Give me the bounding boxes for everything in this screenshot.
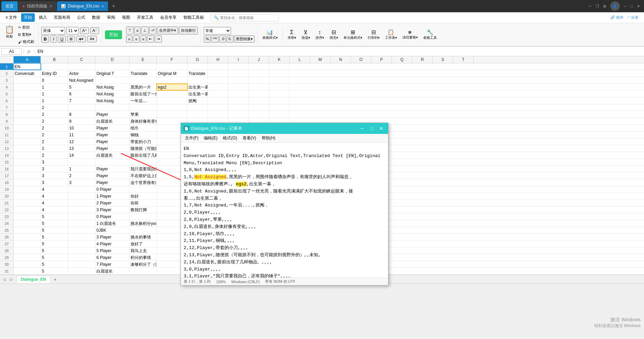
cell-A11[interactable] (14, 132, 41, 138)
align-mid-btn[interactable]: ≡ (134, 27, 140, 34)
align-bot-btn[interactable]: ⊥ (141, 27, 149, 34)
bold-btn[interactable]: B (41, 35, 49, 43)
row-num-22[interactable]: 22 (0, 206, 13, 213)
name-box[interactable] (1, 48, 22, 55)
cell-A31[interactable] (14, 268, 41, 274)
cell-E9[interactable]: 身体好像有变化 (129, 118, 157, 124)
cell-B28[interactable]: 5 (41, 247, 68, 254)
cell-E8[interactable]: 苹果 (129, 111, 157, 118)
row-num-20[interactable]: 20 (0, 193, 13, 200)
collaborate-btn[interactable]: 🔗 协作 (610, 15, 624, 20)
col-header-R[interactable]: R (412, 56, 433, 63)
sum-btn[interactable]: Σ求和▾ (286, 28, 298, 41)
cell-E23[interactable] (129, 213, 157, 220)
row-num-15[interactable]: 15 (0, 159, 13, 166)
cut-btn[interactable]: ✂剪切 (17, 24, 35, 31)
cell-K7[interactable] (269, 104, 290, 111)
cell-A28[interactable] (14, 247, 41, 254)
notepad-menu-view[interactable]: 查看(V) (240, 134, 259, 142)
col-header-C[interactable]: C (68, 56, 95, 63)
cell-D6[interactable]: Not Assig (95, 97, 129, 104)
table-tools-btn[interactable]: 🔧表格工具 (421, 28, 439, 41)
cell-A13[interactable] (14, 145, 41, 152)
border-btn[interactable]: ⊞ (67, 36, 75, 42)
cell-E11[interactable]: 铜钱 (129, 132, 157, 138)
cell-D13[interactable]: Player (95, 145, 129, 152)
cell-C24[interactable] (68, 220, 95, 227)
menu-item-member[interactable]: 会员专享 (157, 13, 179, 22)
cell-E30[interactable]: 凑够积分了（激动） (129, 261, 157, 267)
col-header-J[interactable]: J (249, 56, 269, 63)
cell-D16[interactable]: Player (95, 166, 129, 172)
cell-C10[interactable]: 10 (68, 125, 95, 131)
cell-A21[interactable] (14, 200, 41, 206)
cell-G8[interactable] (187, 111, 208, 118)
cell-C17[interactable]: 2 (68, 172, 95, 179)
cell-C29[interactable] (68, 254, 95, 261)
cell-G6[interactable]: 抓阄 (187, 97, 208, 104)
cell-A8[interactable] (14, 111, 41, 118)
cell-E7[interactable] (129, 104, 157, 111)
cell-E5[interactable]: 眼前出现了一丝光亮， (129, 91, 157, 97)
cell-E12[interactable]: 带套的小刀 (129, 138, 157, 145)
cell-D22[interactable]: 3 Player (95, 206, 129, 213)
row-num-24[interactable]: 24 (0, 220, 13, 227)
cell-J8[interactable] (249, 111, 269, 118)
cell-B29[interactable]: 5 (41, 254, 68, 261)
cell-A25[interactable] (14, 227, 41, 233)
cell-E10[interactable]: 纸巾 (129, 125, 157, 131)
cell-C14[interactable]: 14 (68, 152, 95, 158)
row-num-31[interactable]: 31 (0, 268, 13, 275)
indent-inc-btn[interactable]: ⇥ (155, 35, 162, 43)
cell-A7[interactable] (14, 104, 41, 111)
cell-C9[interactable]: 9 (68, 118, 95, 124)
cell-A3[interactable] (14, 77, 41, 83)
row-num-23[interactable]: 23 (0, 213, 13, 220)
cell-A22[interactable] (14, 206, 41, 213)
cell-D5[interactable]: Not Assig (95, 91, 129, 97)
cell-E3[interactable] (129, 77, 157, 83)
cell-B2[interactable]: Entry ID (41, 70, 68, 77)
cell-E2[interactable]: Translate (129, 70, 157, 77)
cell-C18[interactable]: 3 (68, 179, 95, 186)
cell-B8[interactable]: 2 (41, 111, 68, 118)
cell-E29[interactable]: 积分的事情 (129, 254, 157, 261)
cell-D18[interactable]: Player (95, 179, 129, 186)
cell-B10[interactable]: 2 (41, 125, 68, 131)
cell-A4[interactable] (14, 84, 41, 90)
align-center-btn[interactable]: ≡ (133, 35, 139, 43)
thousand-btn[interactable]: ⁰⁰⁰ (211, 35, 219, 43)
cell-J4[interactable] (249, 84, 269, 90)
col-header-Q[interactable]: Q (392, 56, 412, 63)
row-num-19[interactable]: 19 (0, 186, 13, 193)
col-header-B[interactable]: B (41, 56, 68, 63)
cell-B4[interactable]: 1 (41, 84, 68, 90)
cell-C5[interactable]: 6 (68, 91, 95, 97)
table-style-btn[interactable]: 📊表格样式▾ (260, 28, 280, 41)
col-header-T[interactable]: T (453, 56, 474, 63)
row-num-11[interactable]: 11 (0, 132, 13, 138)
cell-C31[interactable] (68, 268, 95, 274)
cell-C1[interactable] (68, 63, 95, 70)
cell-D20[interactable]: 1 Player (95, 193, 129, 199)
window-tile-btn[interactable]: ❐ (596, 4, 599, 9)
col-header-L[interactable]: L (290, 56, 310, 63)
window-grid-btn[interactable]: ⊞ (603, 4, 606, 9)
cell-B21[interactable]: 4 (41, 200, 68, 206)
font-decrease-btn[interactable]: A⁻ (90, 27, 99, 34)
cell-J6[interactable] (249, 97, 269, 104)
cell-C8[interactable]: 8 (68, 111, 95, 118)
align-left-btn[interactable]: ≡ (126, 35, 132, 43)
cell-C27[interactable] (68, 241, 95, 247)
row-num-3[interactable]: 3 (0, 77, 13, 84)
cell-B18[interactable]: 3 (41, 179, 68, 186)
cell-E6[interactable]: 一年后.... (129, 97, 157, 104)
cell-C11[interactable]: 11 (68, 132, 95, 138)
cell-A17[interactable] (14, 172, 41, 179)
cell-C23[interactable] (68, 213, 95, 220)
row-num-4[interactable]: 4 (0, 84, 13, 91)
cell-B5[interactable]: 1 (41, 91, 68, 97)
row-num-10[interactable]: 10 (0, 125, 13, 132)
sheet-nav-prev[interactable]: ◁ (1, 277, 7, 282)
freeze-btn[interactable]: ❄冻结窗格▾ (400, 29, 420, 41)
